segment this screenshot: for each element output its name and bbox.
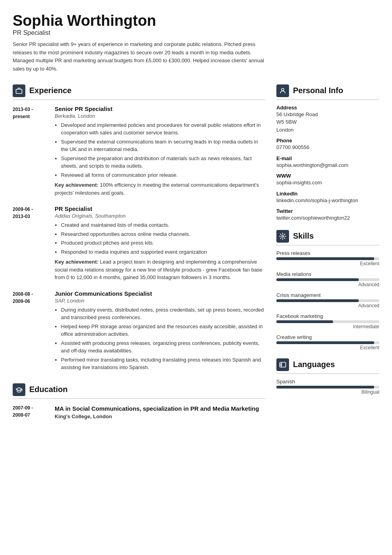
exp-job-title: Senior PR Specialist	[55, 105, 265, 112]
personal-info-label: Twitter	[276, 208, 379, 214]
education-section: Education 2007-09 -2008-07MA in Social C…	[13, 383, 265, 419]
skill-item: Media relationsAdvanced	[276, 271, 379, 287]
exp-details: PR SpecialistAdidas Originals, Southampt…	[55, 205, 265, 281]
personal-info-value: linkedin.com/in/sophia-j-worthington	[276, 197, 379, 205]
candidate-title: PR Specialist	[13, 29, 379, 36]
personal-info-label: WWW	[276, 173, 379, 179]
exp-details: Senior PR SpecialistBerkadia, LondonDeve…	[55, 105, 265, 197]
skills-header: Skills	[276, 230, 379, 245]
exp-date-end: present	[13, 114, 30, 119]
exp-company: Berkadia, London	[55, 113, 265, 119]
skill-bar-container	[276, 257, 379, 260]
exp-bullet: Supervised the external communications t…	[61, 138, 265, 153]
skill-bar	[276, 320, 333, 323]
exp-dates: 2008-08 -2009-06	[13, 290, 48, 374]
personal-info-value: 07700 900556	[276, 144, 379, 151]
exp-date-start: 2008-08 -	[13, 291, 33, 297]
edu-date-start: 2007-09 -	[13, 405, 33, 411]
exp-bullet: Developed and implemented policies and p…	[61, 121, 265, 137]
skill-name: Facebook marketing	[276, 313, 379, 319]
experience-entry: 2009-06 -2013-03PR SpecialistAdidas Orig…	[13, 205, 265, 281]
resume-page: Sophia Worthington PR Specialist Senior …	[0, 0, 392, 555]
exp-bullet: Reviewed all forms of communication prio…	[61, 171, 265, 179]
exp-bullet: During industry events, distributed note…	[61, 306, 265, 322]
personal-info-header: Personal Info	[276, 84, 379, 100]
exp-bullet: Performed minor translating tasks, inclu…	[61, 356, 265, 371]
svg-point-1	[282, 88, 284, 91]
languages-list: SpanishBilingual	[276, 379, 379, 395]
personal-info-value: sophia-insights.com	[276, 179, 379, 187]
edu-date-end: 2008-07	[13, 412, 30, 418]
language-level: Bilingual	[276, 389, 379, 395]
exp-bullet: Supervised the preparation and distribut…	[61, 155, 265, 170]
skills-section: Skills Press releasesExcellentMedia rela…	[276, 230, 379, 350]
personal-info-value: sophia.worthington@gmail.com	[276, 161, 379, 169]
education-entries: 2007-09 -2008-07MA in Social Communicati…	[13, 404, 265, 419]
skill-name: Crisis management	[276, 292, 379, 298]
skill-level: Advanced	[276, 282, 379, 287]
personal-info-field: WWWsophia-insights.com	[276, 173, 379, 187]
exp-bullet: Assisted with producing press releases, …	[61, 339, 265, 355]
exp-bullet: Created and maintained lists of media co…	[61, 221, 265, 229]
exp-bullets: During industry events, distributed note…	[55, 306, 265, 371]
skill-name: Creative writing	[276, 334, 379, 340]
experience-section-header: Experience	[13, 84, 265, 100]
exp-date-start: 2009-06 -	[13, 207, 33, 212]
exp-key-achievement: Key achievement: 100% efficiency in meet…	[55, 181, 265, 197]
languages-header: Languages	[276, 358, 379, 374]
personal-info-value: twitter.com/sophieworthington22	[276, 214, 379, 222]
experience-heading: Experience	[29, 86, 72, 95]
exp-bullets: Developed and implemented policies and p…	[55, 121, 265, 179]
skill-level: Intermediate	[276, 324, 379, 329]
candidate-name: Sophia Worthington	[13, 13, 379, 29]
education-icon	[13, 383, 25, 396]
svg-rect-0	[16, 89, 22, 94]
edu-dates: 2007-09 -2008-07	[13, 404, 48, 419]
education-entry: 2007-09 -2008-07MA in Social Communicati…	[13, 404, 265, 419]
candidate-summary: Senior PR specialist with 9+ years of ex…	[13, 40, 274, 73]
personal-info-heading: Personal Info	[293, 86, 343, 95]
exp-bullet: Produced product pitches and press kits.	[61, 239, 265, 247]
resume-header: Sophia Worthington PR Specialist Senior …	[13, 13, 379, 73]
exp-dates: 2013-03 -present	[13, 105, 48, 197]
language-name: Spanish	[276, 379, 379, 385]
left-column: Experience 2013-03 -presentSenior PR Spe…	[13, 84, 265, 429]
personal-info-field: Address56 Uxbridge Road W5 5BW London	[276, 105, 379, 134]
skill-bar	[276, 278, 359, 281]
exp-bullet: Researched opportunities across online m…	[61, 230, 265, 238]
skill-item: Facebook marketingIntermediate	[276, 313, 379, 329]
skill-level: Excellent	[276, 345, 379, 350]
experience-icon	[13, 84, 25, 97]
experience-section: Experience 2013-03 -presentSenior PR Spe…	[13, 84, 265, 374]
personal-info-label: Address	[276, 105, 379, 111]
experience-entries: 2013-03 -presentSenior PR SpecialistBerk…	[13, 105, 265, 374]
exp-dates: 2009-06 -2013-03	[13, 205, 48, 281]
skill-bar-container	[276, 341, 379, 344]
skill-bar-container	[276, 299, 379, 302]
personal-info-field: LinkedInlinkedin.com/in/sophia-j-worthin…	[276, 191, 379, 205]
language-item: SpanishBilingual	[276, 379, 379, 395]
personal-info-label: Phone	[276, 138, 379, 144]
exp-company: Adidas Originals, Southampton	[55, 213, 265, 219]
svg-point-2	[282, 235, 284, 237]
skill-item: Creative writingExcellent	[276, 334, 379, 350]
exp-bullets: Created and maintained lists of media co…	[55, 221, 265, 256]
exp-date-end: 2013-03	[13, 214, 30, 219]
education-section-header: Education	[13, 383, 265, 399]
svg-rect-3	[280, 362, 286, 367]
languages-section: Languages SpanishBilingual	[276, 358, 379, 395]
skills-icon	[276, 230, 289, 243]
personal-info-label: E-mail	[276, 155, 379, 161]
exp-job-title: PR Specialist	[55, 205, 265, 212]
skill-level: Advanced	[276, 303, 379, 308]
right-column: Personal Info Address56 Uxbridge Road W5…	[276, 84, 379, 429]
exp-date-start: 2013-03 -	[13, 107, 33, 112]
exp-details: Junior Communications SpecialistSAP, Lon…	[55, 290, 265, 374]
skill-item: Press releasesExcellent	[276, 250, 379, 266]
skills-heading: Skills	[293, 232, 314, 241]
skill-name: Press releases	[276, 250, 379, 256]
personal-info-value: 56 Uxbridge Road W5 5BW London	[276, 111, 379, 134]
exp-company: SAP, London	[55, 298, 265, 304]
skill-name: Media relations	[276, 271, 379, 277]
edu-details: MA in Social Communications, specializat…	[55, 404, 259, 419]
